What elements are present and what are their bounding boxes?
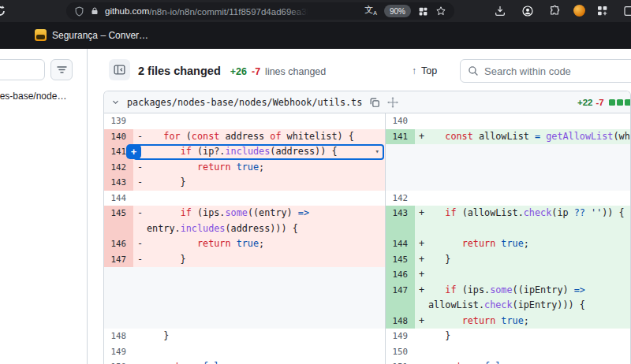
- line-number[interactable]: 150: [386, 344, 415, 360]
- file-deletions: -7: [596, 98, 604, 107]
- code-line[interactable]: if (allowList.check(ip ?? '')) {: [428, 206, 630, 236]
- code-line[interactable]: return true;: [147, 160, 385, 176]
- diffstat-square: [609, 99, 615, 106]
- code-line[interactable]: [147, 191, 385, 206]
- line-number[interactable]: 149: [386, 329, 415, 344]
- screen: github.com /n8n-io/n8n/commit/11f8597d4a…: [0, 0, 631, 364]
- diff-row-140: 140- for (const address of whitelist) {: [104, 129, 385, 145]
- file-path[interactable]: packages/nodes-base/nodes/Webhook/utils.…: [127, 97, 362, 108]
- side-panel-icon[interactable]: [623, 5, 631, 17]
- diff-marker: +: [415, 206, 428, 236]
- diff-marker: -: [133, 175, 147, 191]
- diff-row-144: 144+ return true;: [386, 236, 630, 252]
- code-line[interactable]: return true;: [428, 314, 630, 329]
- diff-row-148: 148+ return true;: [386, 314, 630, 329]
- code-line[interactable]: return false;: [147, 359, 385, 364]
- line-number[interactable]: 144: [104, 191, 133, 206]
- code-line[interactable]: if (ips.some((entry) =>entry.includes(ad…: [147, 206, 385, 236]
- code-line[interactable]: if (ips.some((ipEntry) =>allowList.check…: [428, 283, 630, 314]
- line-number[interactable]: 143: [386, 206, 415, 236]
- code-line[interactable]: return false;: [428, 359, 630, 364]
- diff-marker: [415, 113, 428, 129]
- code-line[interactable]: [428, 344, 630, 360]
- shield-icon[interactable]: [74, 6, 84, 17]
- line-number[interactable]: 148: [104, 329, 133, 344]
- collapse-file-tree-button[interactable]: [109, 59, 130, 80]
- add-comment-button[interactable]: +: [126, 144, 141, 159]
- extensions-puzzle-icon[interactable]: [549, 5, 562, 17]
- line-number[interactable]: 146: [104, 236, 133, 252]
- code-line[interactable]: }: [428, 329, 630, 344]
- lock-icon[interactable]: [90, 6, 99, 16]
- chevron-down-icon[interactable]: [111, 98, 120, 106]
- code-line[interactable]: [428, 113, 630, 129]
- code-search-box[interactable]: [460, 59, 631, 83]
- code-line[interactable]: }: [147, 175, 385, 191]
- code-line[interactable]: }: [428, 252, 630, 268]
- copy-path-icon[interactable]: [369, 97, 380, 108]
- code-line[interactable]: [428, 191, 630, 206]
- zoom-level-badge[interactable]: 90%: [384, 5, 411, 17]
- diff-row-147: 147+ if (ips.some((ipEntry) =>allowList.…: [386, 283, 630, 314]
- line-number[interactable]: 144: [386, 236, 415, 252]
- profile-icon[interactable]: [521, 5, 534, 17]
- side-panel-collapse-icon: [114, 64, 125, 76]
- line-number[interactable]: 140: [104, 129, 133, 145]
- back-to-top-link[interactable]: ↑ Top: [412, 65, 437, 76]
- diff-filler: [104, 267, 385, 329]
- line-number[interactable]: 148: [386, 314, 415, 329]
- tab-groups-icon[interactable]: [418, 6, 428, 17]
- address-bar[interactable]: github.com /n8n-io/n8n/commit/11f8597d4a…: [66, 2, 454, 20]
- line-number[interactable]: 141: [386, 129, 415, 145]
- browser-tab-bar: Segurança – Conver…: [0, 22, 631, 49]
- line-number[interactable]: 151: [386, 359, 415, 364]
- code-line[interactable]: for (const address of whitelist) {: [147, 129, 385, 145]
- diff-row-141: 141 if (ip?.includes(address)) {+▾: [104, 144, 385, 160]
- search-within-code-input[interactable]: [484, 65, 631, 77]
- diff-marker: [415, 329, 428, 344]
- extension-logo-icon[interactable]: [573, 5, 585, 17]
- file-filter-input[interactable]: [0, 59, 45, 80]
- line-number[interactable]: 150: [104, 359, 133, 364]
- tab-title[interactable]: Segurança – Conver…: [52, 22, 148, 49]
- line-number[interactable]: 140: [386, 113, 415, 129]
- code-line[interactable]: [147, 344, 385, 360]
- diff-marker: [415, 344, 428, 360]
- line-number[interactable]: 145: [104, 206, 133, 236]
- filter-button[interactable]: [50, 59, 73, 80]
- diff-filler: [386, 144, 630, 191]
- line-number[interactable]: 142: [104, 160, 133, 176]
- code-line[interactable]: const allowList = getAllowList(whitelist…: [428, 129, 630, 145]
- line-number[interactable]: 139: [104, 113, 133, 129]
- file-diff-card: packages/nodes-base/nodes/Webhook/utils.…: [103, 91, 631, 364]
- reload-icon[interactable]: [0, 4, 7, 18]
- diff-row-143: 143+ if (allowList.check(ip ?? '')) {: [386, 206, 630, 236]
- diff-marker: +: [415, 267, 428, 283]
- diff-row-151: 151 return false;: [386, 359, 630, 364]
- code-line[interactable]: }: [147, 329, 385, 344]
- code-line[interactable]: }: [147, 252, 385, 268]
- code-line[interactable]: return true;: [147, 236, 385, 252]
- diff-marker: +: [415, 252, 428, 268]
- drag-handle-icon[interactable]: [387, 97, 398, 108]
- line-number[interactable]: 143: [104, 175, 133, 191]
- line-menu-caret[interactable]: ▾: [375, 144, 379, 160]
- file-tree-item[interactable]: les-base/node…: [0, 91, 66, 102]
- translate-icon[interactable]: 文A: [364, 6, 377, 16]
- filter-lines-icon: [57, 65, 67, 74]
- code-line[interactable]: if (ip?.includes(address)) {: [147, 144, 385, 160]
- code-line[interactable]: return true;: [428, 236, 630, 252]
- line-number[interactable]: 146: [386, 267, 415, 283]
- line-number[interactable]: 147: [386, 283, 415, 314]
- line-number[interactable]: 142: [386, 191, 415, 206]
- line-number[interactable]: 147: [104, 252, 133, 268]
- code-line[interactable]: [428, 267, 630, 283]
- bookmark-star-icon[interactable]: [435, 6, 446, 17]
- diff-row-144: 144: [104, 191, 385, 206]
- diff-marker: [133, 359, 147, 364]
- line-number[interactable]: 145: [386, 252, 415, 268]
- line-number[interactable]: 149: [104, 344, 133, 360]
- code-line[interactable]: [147, 113, 385, 129]
- downloads-icon[interactable]: [494, 5, 506, 17]
- apps-grid-plus-icon[interactable]: [596, 5, 609, 17]
